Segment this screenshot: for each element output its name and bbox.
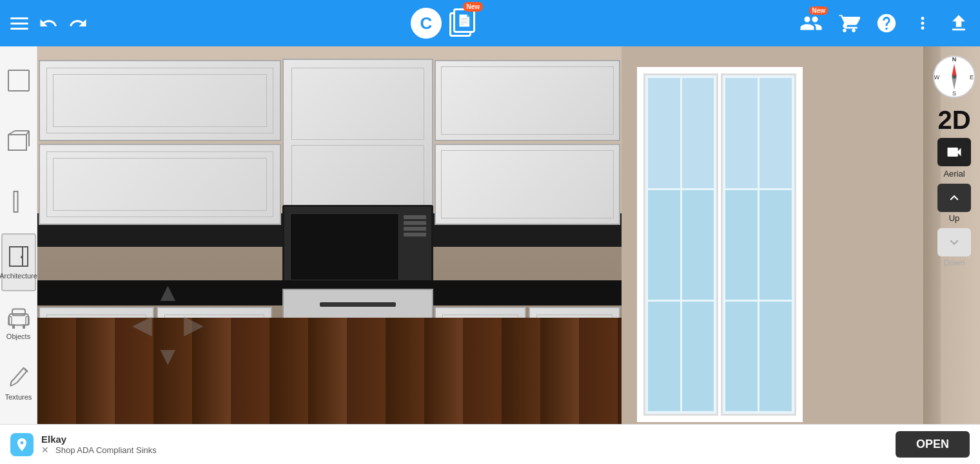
upper-cabinets-right	[433, 59, 622, 226]
ad-headline: Shop ADA Compliant Sinks	[55, 445, 157, 455]
menu-button[interactable]	[10, 17, 28, 30]
sidebar-label-objects: Objects	[6, 333, 30, 341]
nav-down-arrow[interactable]: ▼	[155, 342, 181, 371]
sidebar-item-interior[interactable]	[1, 112, 36, 170]
sidebar: Architecture Objects Textures	[0, 46, 37, 464]
room-icon	[6, 68, 32, 93]
svg-text:S: S	[952, 90, 956, 97]
ad-banner: Elkay ✕ Shop ADA Compliant Sinks OPEN	[0, 424, 980, 464]
right-panel: N S E W 2D Aerial	[928, 46, 980, 464]
toolbar: C 📄 New New	[0, 0, 980, 46]
svg-point-22	[952, 75, 956, 79]
view-down-button[interactable]: Down	[937, 228, 971, 267]
camera-icon	[937, 138, 971, 166]
svg-rect-13	[12, 324, 15, 329]
aerial-label: Aerial	[943, 169, 965, 179]
right-wall	[622, 46, 923, 464]
sidebar-item-walls[interactable]	[1, 173, 36, 231]
up-label: Up	[949, 213, 960, 223]
down-arrow-icon	[937, 228, 971, 256]
undo-button[interactable]	[39, 14, 58, 33]
french-doors	[637, 67, 803, 422]
compass[interactable]: N S E W	[932, 54, 977, 99]
help-button[interactable]	[876, 12, 897, 34]
svg-rect-14	[23, 324, 25, 329]
aerial-view-button[interactable]: Aerial	[937, 138, 971, 179]
svg-rect-7	[10, 247, 23, 266]
svg-text:E: E	[970, 74, 974, 81]
sidebar-label-architecture: Architecture	[0, 272, 37, 280]
copy-new-button[interactable]: 📄 New	[449, 8, 476, 38]
sidebar-item-room[interactable]	[1, 52, 36, 110]
down-label: Down	[943, 258, 965, 267]
door-icon	[6, 244, 32, 269]
nav-up-arrow[interactable]: ▲	[155, 278, 181, 307]
ad-brand-title: Elkay	[41, 434, 157, 445]
more-options-button[interactable]	[913, 14, 932, 33]
wall-icon	[6, 189, 32, 215]
ad-close-icon[interactable]: ✕	[41, 445, 49, 455]
view-2d-button[interactable]: 2D	[937, 107, 970, 133]
up-arrow-icon	[937, 184, 971, 212]
sidebar-item-textures[interactable]: Textures	[1, 354, 36, 412]
svg-rect-6	[14, 191, 17, 212]
sidebar-item-objects[interactable]: Objects	[1, 294, 36, 352]
redo-button[interactable]	[68, 14, 88, 33]
ad-text: Elkay ✕ Shop ADA Compliant Sinks	[41, 434, 157, 455]
microwave	[282, 205, 433, 289]
nav-right-arrow[interactable]: ▶	[183, 309, 204, 339]
community-new-badge: New	[809, 6, 828, 15]
upper-cabinets-center	[282, 59, 433, 226]
svg-rect-0	[8, 70, 29, 91]
ad-open-button[interactable]: OPEN	[896, 431, 970, 458]
nav-arrows: ▲ ◀ ▶ ▼	[132, 278, 235, 401]
svg-text:N: N	[952, 56, 957, 63]
community-button[interactable]: New	[799, 12, 823, 35]
kitchen-scene: ▲ ◀ ▶ ▼	[37, 46, 980, 464]
nav-left-arrow[interactable]: ◀	[132, 309, 152, 339]
svg-rect-1	[8, 135, 26, 150]
svg-point-8	[21, 256, 23, 258]
sidebar-label-textures: Textures	[5, 393, 32, 401]
logo-button[interactable]: C	[411, 8, 442, 39]
cart-button[interactable]	[838, 12, 860, 34]
upload-button[interactable]	[948, 12, 970, 34]
svg-text:W: W	[934, 74, 940, 81]
paintbrush-icon	[6, 365, 32, 391]
upper-cabinets-left	[37, 59, 282, 226]
sidebar-item-architecture[interactable]: Architecture	[1, 233, 36, 291]
box-icon	[6, 128, 32, 154]
armchair-icon	[6, 304, 32, 330]
viewport[interactable]: ▲ ◀ ▶ ▼	[37, 46, 980, 464]
new-badge: New	[463, 2, 483, 12]
ad-brand-icon	[10, 433, 34, 456]
view-up-button[interactable]: Up	[937, 184, 971, 223]
